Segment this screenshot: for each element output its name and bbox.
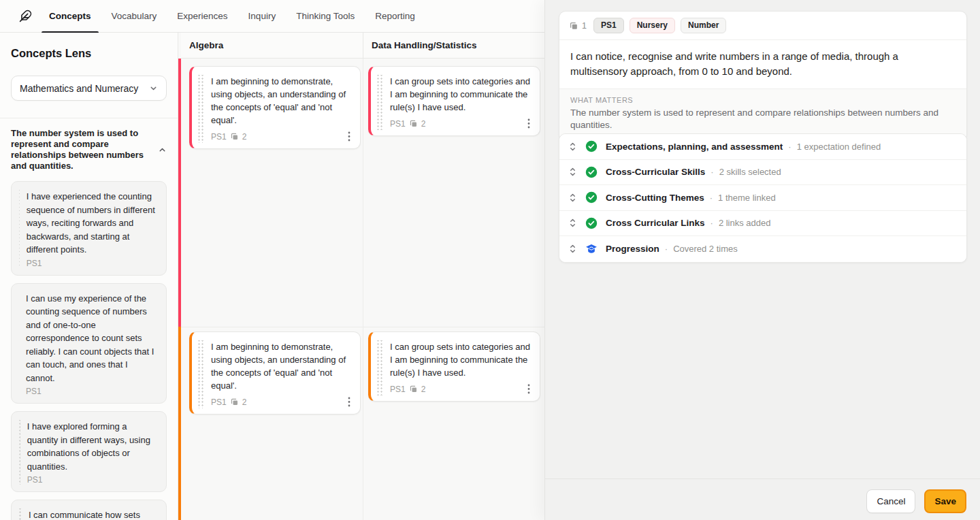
lens-dropdown[interactable]: Mathematics and Numeracy xyxy=(11,76,167,101)
board-card[interactable]: I am beginning to demonstrate, using obj… xyxy=(189,331,361,415)
drag-handle-icon[interactable] xyxy=(18,292,19,397)
section-status: 1 theme linked xyxy=(718,193,776,203)
board-card[interactable]: I can group sets into categories and I a… xyxy=(368,66,540,136)
section-row-cross-curricular-skills[interactable]: Cross-Curricular Skills · 2 skills selec… xyxy=(559,160,966,186)
card-menu-kebab-icon[interactable] xyxy=(526,383,532,395)
statement-summary-card: 1 PS1 Nursery Number I can notice, recog… xyxy=(559,11,967,141)
tab-concepts[interactable]: Concepts xyxy=(42,0,99,33)
reorder-icon[interactable] xyxy=(569,193,576,203)
row-divider xyxy=(181,327,544,327)
drag-handle-icon[interactable] xyxy=(376,340,383,395)
section-row-expectations[interactable]: Expectations, planning, and assessment ·… xyxy=(559,134,966,160)
statement-detail-panel: 1 PS1 Nursery Number I can notice, recog… xyxy=(544,0,980,520)
footer-divider xyxy=(545,478,980,479)
statement-card[interactable]: I can communicate how sets change when o… xyxy=(11,500,167,520)
check-circle-icon xyxy=(585,191,598,204)
app-logo-feather-icon xyxy=(19,10,32,22)
drag-handle-icon[interactable] xyxy=(18,420,20,485)
drag-handle-icon[interactable] xyxy=(376,75,383,130)
separator-dot: · xyxy=(710,167,713,177)
column-divider xyxy=(363,59,363,520)
row-accent-red xyxy=(178,59,181,327)
chevron-down-icon xyxy=(149,84,158,93)
sections-accordion: Expectations, planning, and assessment ·… xyxy=(559,133,967,263)
column-header-algebra: Algebra xyxy=(181,33,363,59)
copies-count: 2 xyxy=(242,132,247,142)
save-button[interactable]: Save xyxy=(924,489,966,513)
check-circle-icon xyxy=(585,166,598,178)
what-matters-text: The number system is used to represent a… xyxy=(570,107,956,131)
drag-handle-icon[interactable] xyxy=(18,508,22,520)
phase-label: PS1 xyxy=(26,387,157,396)
drag-handle-icon[interactable] xyxy=(197,75,204,143)
copies-icon xyxy=(409,385,418,393)
copies-icon xyxy=(569,21,578,31)
statement-card-text: I can communicate how sets change when o… xyxy=(29,508,157,520)
section-status: 1 expectation defined xyxy=(797,142,881,152)
what-matters-label: WHAT MATTERS xyxy=(570,96,956,104)
badge-topic[interactable]: Number xyxy=(681,18,726,33)
drag-handle-icon[interactable] xyxy=(197,340,204,408)
statement-card[interactable]: I can use my experience of the counting … xyxy=(11,283,167,404)
copy-count-value: 1 xyxy=(582,21,587,31)
badge-phase[interactable]: PS1 xyxy=(593,18,624,33)
check-circle-icon xyxy=(585,140,598,152)
tab-vocabulary[interactable]: Vocabulary xyxy=(104,0,165,33)
badges-row: 1 PS1 Nursery Number xyxy=(559,12,966,40)
section-row-cross-curricular-links[interactable]: Cross Curricular Links · 2 links added xyxy=(559,211,966,237)
reorder-icon[interactable] xyxy=(569,244,576,254)
sidebar-statement-cards: I have experienced the counting sequence… xyxy=(11,181,167,520)
section-row-progression[interactable]: Progression · Covered 2 times xyxy=(559,236,966,262)
statement-card-text: I have explored forming a quantity in di… xyxy=(27,420,157,473)
card-menu-kebab-icon[interactable] xyxy=(346,395,352,408)
reorder-icon[interactable] xyxy=(569,142,576,152)
card-menu-kebab-icon[interactable] xyxy=(346,130,352,143)
tab-experiences[interactable]: Experiences xyxy=(169,0,235,33)
progression-icon xyxy=(585,243,598,255)
separator-dot: · xyxy=(665,244,668,254)
section-title: Progression xyxy=(606,244,659,254)
phase-label: PS1 xyxy=(211,397,227,407)
statement-card[interactable]: I have explored forming a quantity in di… xyxy=(11,411,167,492)
drag-handle-icon[interactable] xyxy=(18,190,20,268)
tab-reporting[interactable]: Reporting xyxy=(368,0,423,33)
section-status: 2 skills selected xyxy=(719,167,781,177)
board-card-text: I can group sets into categories and I a… xyxy=(390,75,532,114)
check-circle-icon xyxy=(585,217,598,229)
copies-count: 2 xyxy=(242,397,247,407)
board-card[interactable]: I am beginning to demonstrate, using obj… xyxy=(189,66,361,149)
what-matters-section: WHAT MATTERS The number system is used t… xyxy=(559,88,966,140)
separator-dot: · xyxy=(710,218,713,228)
statement-group-header[interactable]: The number system is used to represent a… xyxy=(11,128,167,172)
tab-inquiry[interactable]: Inquiry xyxy=(241,0,284,33)
lens-dropdown-value: Mathematics and Numeracy xyxy=(20,83,138,94)
separator-dot: · xyxy=(710,193,713,203)
statement-text: I can notice, recognise and write number… xyxy=(559,40,966,88)
section-status: Covered 2 times xyxy=(673,244,738,254)
statement-group-text: The number system is used to represent a… xyxy=(11,128,154,172)
concepts-lens-sidebar: Concepts Lens Mathematics and Numeracy T… xyxy=(0,33,178,520)
panel-actions: Cancel Save xyxy=(866,489,966,513)
phase-label: PS1 xyxy=(390,385,406,394)
separator-dot: · xyxy=(788,142,791,152)
reorder-icon[interactable] xyxy=(569,218,576,228)
phase-label: PS1 xyxy=(390,119,406,129)
tab-thinking-tools[interactable]: Thinking Tools xyxy=(289,0,362,33)
section-title: Expectations, planning, and assessment xyxy=(606,142,783,152)
phase-label: PS1 xyxy=(27,259,157,268)
chevron-up-icon xyxy=(158,146,167,155)
concepts-board: Algebra Data Handling/Statistics I am be… xyxy=(178,33,544,520)
top-navigation: Concepts Vocabulary Experiences Inquiry … xyxy=(0,0,544,33)
section-row-cross-cutting-themes[interactable]: Cross-Cutting Themes · 1 theme linked xyxy=(559,185,966,211)
board-card[interactable]: I can group sets into categories and I a… xyxy=(368,331,540,402)
reorder-icon[interactable] xyxy=(569,167,576,177)
statement-card[interactable]: I have experienced the counting sequence… xyxy=(11,181,167,276)
cancel-button[interactable]: Cancel xyxy=(866,489,915,513)
statement-card-text: I can use my experience of the counting … xyxy=(26,292,157,385)
phase-label: PS1 xyxy=(27,475,157,485)
card-menu-kebab-icon[interactable] xyxy=(526,117,532,130)
column-header-data-handling: Data Handling/Statistics xyxy=(363,33,544,59)
board-card-text: I can group sets into categories and I a… xyxy=(390,340,532,379)
badge-year-group[interactable]: Nursery xyxy=(630,18,675,33)
sidebar-title: Concepts Lens xyxy=(11,47,167,60)
